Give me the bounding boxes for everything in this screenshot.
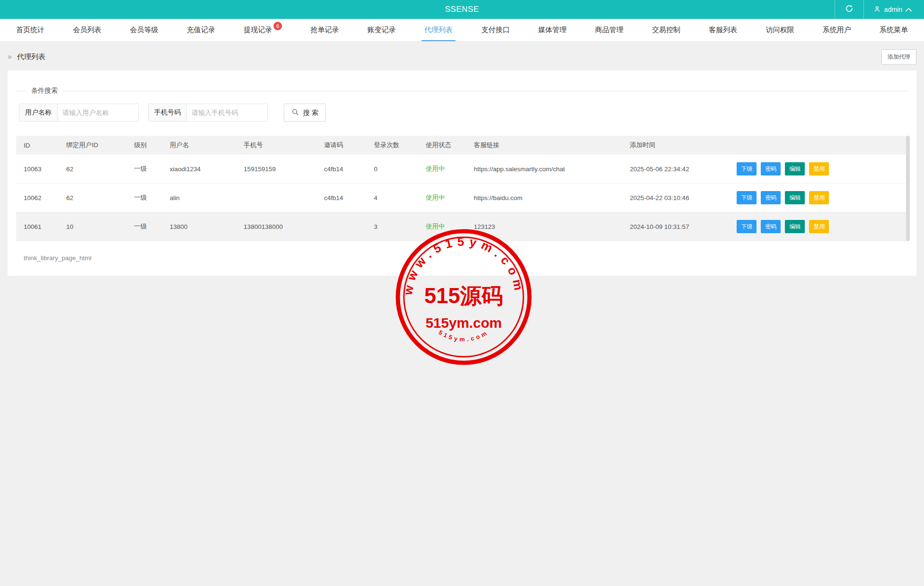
search-button[interactable]: 搜 索 xyxy=(284,104,326,122)
add-agent-button[interactable]: 添加代理 xyxy=(881,49,916,65)
action-subordinate-button[interactable]: 下级 xyxy=(737,220,757,233)
nav-tab[interactable]: 提现记录6 xyxy=(239,19,287,41)
column-header: 使用状态 xyxy=(422,136,470,155)
nav-tab-label: 提现记录 xyxy=(244,26,272,35)
table-cell: 10 xyxy=(62,212,130,241)
column-header xyxy=(733,136,908,155)
table-cell: alin xyxy=(166,184,240,212)
table-cell: 一级 xyxy=(130,212,166,241)
column-header: ID xyxy=(16,136,62,155)
breadcrumb-row: » 代理列表 添加代理 xyxy=(0,42,924,70)
column-header: 手机号 xyxy=(240,136,320,155)
page-title: 代理列表 xyxy=(17,52,45,61)
user-menu[interactable]: admin xyxy=(864,0,924,19)
table-cell: 一级 xyxy=(130,184,166,212)
topbar-actions: admin xyxy=(835,0,924,19)
main-nav: 首页统计会员列表会员等级充值记录提现记录6抢单记录账变记录代理列表支付接口媒体管… xyxy=(0,19,924,42)
nav-tab-label: 代理列表 xyxy=(424,26,453,35)
notification-badge: 6 xyxy=(273,22,282,30)
nav-tab-label: 会员列表 xyxy=(73,26,101,35)
stamp-center-text: 515源码 xyxy=(424,284,503,308)
nav-tab-label: 系统菜单 xyxy=(880,26,908,35)
nav-tab[interactable]: 充值记录 xyxy=(182,19,220,41)
nav-tab-label: 访问权限 xyxy=(766,26,794,35)
nav-tab[interactable]: 客服列表 xyxy=(704,19,742,41)
status-badge: 使用中 xyxy=(426,223,445,230)
nav-tab[interactable]: 媒体管理 xyxy=(533,19,571,41)
column-header: 添加时间 xyxy=(626,136,733,155)
action-subordinate-button[interactable]: 下级 xyxy=(737,191,757,204)
nav-tab[interactable]: 首页统计 xyxy=(11,19,49,41)
nav-tab[interactable]: 支付接口 xyxy=(476,19,514,41)
table-cell: 13800 xyxy=(166,212,240,241)
table-cell: c4fb14 xyxy=(320,184,370,212)
nav-tab[interactable]: 代理列表 xyxy=(420,19,458,41)
refresh-icon xyxy=(845,4,854,15)
table-cell: 2024-10-09 10:31:57 xyxy=(626,212,733,241)
actions-cell: 下级密码编辑禁用 xyxy=(733,212,908,241)
column-header: 客服链接 xyxy=(470,136,626,155)
table-cell: 10061 xyxy=(16,212,62,241)
nav-tab-label: 充值记录 xyxy=(187,26,215,35)
table-cell: 62 xyxy=(62,155,130,184)
action-edit-button[interactable]: 编辑 xyxy=(785,162,805,175)
action-disable-button[interactable]: 禁用 xyxy=(809,220,829,233)
username: admin xyxy=(884,6,902,13)
column-header: 登录次数 xyxy=(370,136,422,155)
action-edit-button[interactable]: 编辑 xyxy=(785,191,805,204)
table-row: 1006262一级alinc4fb144使用中https://baidu.com… xyxy=(16,184,908,212)
nav-tab[interactable]: 会员列表 xyxy=(68,19,106,41)
table-cell: 使用中 xyxy=(422,212,470,241)
phone-field-label: 手机号码 xyxy=(148,104,186,122)
stamp-sub-text: 515ym.com xyxy=(425,315,502,331)
action-subordinate-button[interactable]: 下级 xyxy=(737,162,757,175)
caret-up-icon xyxy=(906,6,912,13)
nav-tab[interactable]: 商品管理 xyxy=(590,19,628,41)
table-cell: 13800138000 xyxy=(240,212,320,241)
nav-tab-label: 客服列表 xyxy=(709,26,737,35)
column-header: 邀请码 xyxy=(320,136,370,155)
table-cell: 使用中 xyxy=(422,155,470,184)
username-input[interactable] xyxy=(57,104,139,122)
table-scrollbar[interactable] xyxy=(906,136,910,241)
phone-input[interactable] xyxy=(186,104,268,122)
nav-tab[interactable]: 系统用户 xyxy=(818,19,856,41)
table-cell: 10063 xyxy=(16,155,62,184)
table-header-row: ID绑定用户ID级别用户名手机号邀请码登录次数使用状态客服链接添加时间 xyxy=(16,136,908,155)
nav-tab[interactable]: 账变记录 xyxy=(363,19,401,41)
status-badge: 使用中 xyxy=(426,165,445,172)
table-cell: 159159159 xyxy=(240,155,320,184)
action-password-button[interactable]: 密码 xyxy=(761,220,781,233)
debug-text: think_library_page_html xyxy=(16,254,908,262)
breadcrumb-chevrons-icon: » xyxy=(8,52,12,61)
table-cell: 一级 xyxy=(130,155,166,184)
nav-tab-label: 抢单记录 xyxy=(310,26,339,35)
search-button-label: 搜 索 xyxy=(303,108,318,117)
action-disable-button[interactable]: 禁用 xyxy=(809,191,829,204)
nav-tab[interactable]: 访问权限 xyxy=(761,19,799,41)
nav-tab[interactable]: 会员等级 xyxy=(125,19,163,41)
nav-tab-label: 会员等级 xyxy=(130,26,158,35)
action-password-button[interactable]: 密码 xyxy=(761,191,781,204)
nav-tab[interactable]: 交易控制 xyxy=(647,19,685,41)
table-cell: https://baidu.com xyxy=(470,184,626,212)
nav-tab-label: 支付接口 xyxy=(481,26,510,35)
top-header: SSENSE admin xyxy=(0,0,924,19)
action-disable-button[interactable]: 禁用 xyxy=(809,162,829,175)
refresh-button[interactable] xyxy=(835,0,864,19)
action-password-button[interactable]: 密码 xyxy=(761,162,781,175)
nav-tab-label: 首页统计 xyxy=(16,26,44,35)
breadcrumb: » 代理列表 xyxy=(8,52,45,61)
table-cell: 0 xyxy=(370,155,422,184)
column-header: 级别 xyxy=(130,136,166,155)
table-cell xyxy=(320,212,370,241)
nav-tab[interactable]: 系统菜单 xyxy=(875,19,913,41)
table-cell: 4 xyxy=(370,184,422,212)
search-legend: 条件搜索 xyxy=(26,87,62,95)
action-edit-button[interactable]: 编辑 xyxy=(785,220,805,233)
nav-tab-label: 媒体管理 xyxy=(538,26,566,35)
table-cell: https://app.salesmartly.com/chat xyxy=(470,155,626,184)
nav-tab[interactable]: 抢单记录 xyxy=(306,19,343,41)
table-cell: 3 xyxy=(370,212,422,241)
search-panel: 条件搜索 用户名称 手机号码 搜 索 xyxy=(16,87,908,136)
